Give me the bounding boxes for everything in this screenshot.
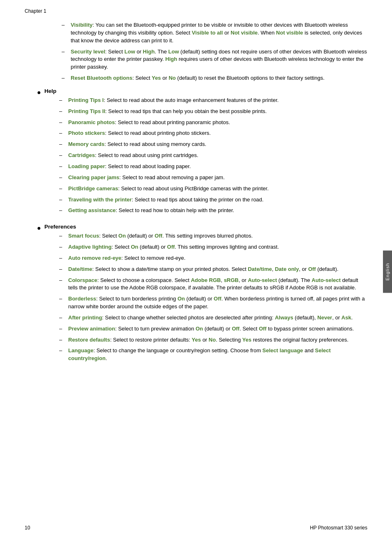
borderless-term: Borderless — [68, 296, 96, 302]
on-term4: On — [196, 326, 203, 332]
ask-option: Ask — [341, 314, 351, 321]
dash-icon: – — [59, 243, 68, 251]
intro-sub-list: – Visibility: You can set the Bluetooth-… — [62, 21, 367, 82]
visible-to-all: Visible to all — [192, 30, 223, 36]
dash-icon: – — [59, 152, 68, 159]
photo-stickers-item: – Photo stickers: Select to read about p… — [59, 129, 367, 137]
dash-icon: – — [62, 74, 71, 82]
dash-icon: – — [59, 108, 68, 116]
always-option: Always — [275, 314, 293, 321]
restore-defaults-item: – Restore defaults: Select to restore pr… — [59, 336, 367, 344]
preferences-section: ● Preferences – Smart focus: Select On (… — [37, 224, 367, 366]
not-visible-1: Not visible — [231, 30, 258, 36]
dash-icon: – — [59, 185, 68, 193]
language-term: Language — [68, 347, 93, 354]
language-side-tab-text: English — [385, 263, 390, 280]
help-bullet: ● Help – Printing Tips I: Select to read… — [37, 88, 367, 218]
low-term2: Low — [168, 49, 179, 55]
no-term2: No — [209, 337, 216, 343]
getting-assistance-item: – Getting assistance: Select to read how… — [59, 207, 367, 215]
borderless-item: – Borderless: Select to turn borderless … — [59, 295, 367, 311]
high-term: High — [143, 49, 155, 55]
page-number: 10 — [25, 525, 30, 531]
yes-term3: Yes — [242, 337, 251, 343]
footer: 10 HP Photosmart 330 series — [25, 525, 367, 531]
auto-select-option: Auto-select — [248, 277, 277, 283]
traveling-term: Traveling with the printer — [68, 196, 132, 203]
on-term3: On — [178, 296, 185, 302]
dash-icon: – — [59, 163, 68, 171]
dash-icon: – — [59, 207, 68, 215]
off-term4: Off — [232, 326, 240, 332]
dash-icon: – — [59, 295, 68, 303]
no-term: No — [168, 75, 175, 81]
date-only-option: Date only — [275, 266, 299, 272]
off-option: Off — [308, 266, 316, 272]
dash-icon: – — [59, 97, 68, 104]
preferences-sub-list: – Smart focus: Select On (default) or Of… — [59, 232, 367, 363]
off-term2: Off — [167, 244, 175, 250]
not-visible-2: Not visible — [276, 30, 303, 36]
dash-icon: – — [59, 129, 68, 137]
preferences-label: Preferences — [44, 224, 76, 230]
dash-icon: – — [59, 266, 68, 273]
select-language-option: Select language — [263, 347, 303, 354]
yes-term2: Yes — [192, 337, 201, 343]
traveling-item: – Traveling with the printer: Select to … — [59, 196, 367, 204]
visibility-item: – Visibility: You can set the Bluetooth-… — [62, 21, 367, 45]
visibility-term: Visibility — [71, 22, 92, 28]
smart-focus-term: Smart focus — [68, 233, 99, 239]
printing-tips-i-item: – Printing Tips I: Select to read about … — [59, 97, 367, 104]
dash-icon: – — [59, 254, 68, 262]
clearing-paper-jams-item: – Clearing paper jams: Select to read ab… — [59, 174, 367, 182]
dash-icon: – — [59, 336, 68, 344]
page: Chapter 1 – Visibility: You can set the … — [0, 0, 392, 543]
printing-tips-ii-item: – Printing Tips II: Select to read tips … — [59, 108, 367, 116]
adaptive-lighting-item: – Adaptive lighting: Select On (default)… — [59, 243, 367, 251]
dash-icon: – — [59, 196, 68, 204]
cartridges-item: – Cartridges: Select to read about using… — [59, 152, 367, 159]
dash-icon: – — [62, 48, 71, 56]
product-name: HP Photosmart 330 series — [310, 525, 367, 531]
auto-select-option2: Auto-select — [311, 277, 341, 283]
after-printing-term: After printing — [68, 314, 102, 321]
colorspace-item: – Colorspace: Select to choose a colorsp… — [59, 277, 367, 292]
getting-assistance-term: Getting assistance — [68, 207, 116, 213]
loading-paper-term: Loading paper — [68, 163, 105, 169]
dash-icon: – — [59, 232, 68, 240]
off-term: Off — [154, 233, 162, 239]
panoramic-photos-term: Panoramic photos — [68, 119, 115, 125]
dash-icon: – — [59, 277, 68, 284]
pictbridge-cameras-item: – PictBridge cameras: Select to read abo… — [59, 185, 367, 193]
pictbridge-cameras-term: PictBridge cameras — [68, 185, 118, 192]
reset-bluetooth-term: Reset Bluetooth options — [71, 75, 132, 81]
colorspace-term: Colorspace — [68, 277, 97, 283]
chapter-label: Chapter 1 — [25, 8, 367, 14]
dash-icon: – — [59, 314, 68, 322]
off-term3: Off — [214, 296, 221, 302]
smart-focus-item: – Smart focus: Select On (default) or Of… — [59, 232, 367, 240]
security-level-term: Security level — [71, 49, 105, 55]
printing-tips-ii-term: Printing Tips II — [68, 108, 105, 114]
bullet-dot-help: ● — [37, 89, 44, 96]
after-printing-item: – After printing: Select to change wheth… — [59, 314, 367, 322]
auto-remove-red-eye-term: Auto remove red-eye — [68, 255, 121, 261]
preview-animation-term: Preview animation — [68, 326, 115, 332]
dash-icon: – — [59, 347, 68, 355]
preview-animation-item: – Preview animation: Select to turn prev… — [59, 325, 367, 333]
language-item: – Language: Select to change the languag… — [59, 347, 367, 363]
help-sub-list: – Printing Tips I: Select to read about … — [59, 97, 367, 215]
content-area: – Visibility: You can set the Bluetooth-… — [37, 21, 367, 366]
auto-remove-red-eye-item: – Auto remove red-eye: Select to remove … — [59, 254, 367, 262]
srgb-option: sRGB — [224, 277, 239, 283]
help-section: ● Help – Printing Tips I: Select to read… — [37, 88, 367, 218]
dash-icon: – — [59, 174, 68, 182]
clearing-paper-jams-term: Clearing paper jams — [68, 174, 119, 180]
memory-cards-term: Memory cards — [68, 141, 104, 147]
dash-icon: – — [59, 119, 68, 127]
bullet-dot-preferences: ● — [37, 224, 44, 232]
on-term: On — [118, 233, 126, 239]
restore-defaults-term: Restore defaults — [68, 337, 110, 343]
on-term2: On — [131, 244, 138, 250]
date-time-option: Date/time — [248, 266, 272, 272]
